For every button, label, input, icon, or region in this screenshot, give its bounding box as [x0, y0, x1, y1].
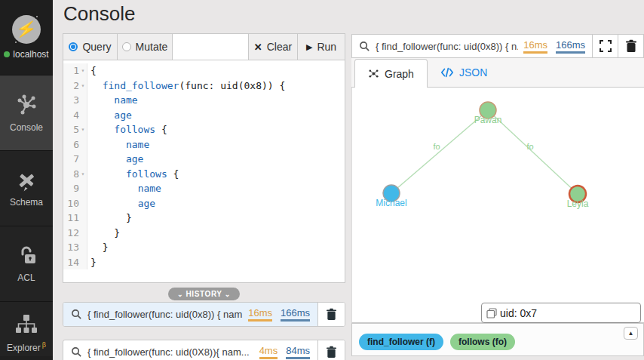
mutate-mode-label: Mutate [136, 41, 168, 53]
logo-orbit-dot [14, 40, 18, 45]
server-latency-badge: 16ms [248, 307, 272, 322]
graph-legend-bar: find_follower (f) follows (fo) ▲ [351, 323, 644, 356]
code-line[interactable]: 1▾{ [63, 63, 345, 78]
mutate-radio-icon [122, 42, 131, 51]
sidebar-item-acl[interactable]: ACL [0, 226, 53, 302]
code-line[interactable]: 8▾ follows { [63, 167, 345, 182]
query-mode-button[interactable]: Query [63, 34, 118, 60]
run-button[interactable]: ▶ Run [297, 34, 345, 60]
fold-arrow-icon[interactable]: ▾ [79, 63, 87, 78]
code-line[interactable]: 2▾ find_follower(func: uid(0x8)) { [63, 78, 345, 94]
logo-orbit-dot [35, 14, 39, 19]
delete-history-button[interactable] [317, 303, 345, 326]
code-line[interactable]: 5▾ follows { [63, 122, 345, 137]
code-line[interactable]: 12 } [63, 226, 345, 241]
clear-button[interactable]: ✕ Clear [248, 34, 297, 60]
fullscreen-icon [600, 40, 612, 52]
graph-canvas[interactable]: fofoPawanMichaelLeyla uid: 0x7 [351, 88, 644, 323]
chevron-down-icon: ⌄ [225, 291, 231, 298]
graph-node-label: Leyla [567, 198, 589, 209]
code-text: } [87, 240, 108, 255]
dgraph-logo-icon: ⚡ [12, 15, 41, 44]
sidebar-item-console[interactable]: Console [0, 75, 53, 151]
sidebar-item-label: ACL [17, 272, 35, 283]
search-icon [71, 346, 82, 358]
total-latency-badge: 84ms [286, 345, 310, 359]
line-number: 11 [63, 211, 87, 226]
line-number: 3 [63, 93, 87, 108]
result-query-summary[interactable]: { find_follower(func: uid(0x8)) { n... 1… [352, 35, 592, 57]
result-tabs: Graph JSON [351, 58, 644, 88]
fold-arrow-icon[interactable]: ▾ [79, 78, 87, 94]
tab-json-label: JSON [459, 66, 487, 78]
json-code-icon [440, 67, 454, 78]
code-line[interactable]: 10 age [63, 196, 345, 211]
sidebar-logo-section[interactable]: ⚡ localhost [0, 0, 53, 75]
node-tooltip-text: uid: 0x7 [500, 307, 537, 319]
code-text: age [87, 196, 155, 211]
code-area: 1▾{2▾ find_follower(func: uid(0x8)) {3 n… [63, 63, 345, 269]
code-text: name [87, 137, 149, 152]
code-line[interactable]: 7 age [63, 152, 345, 167]
line-number: 1▾ [63, 63, 87, 78]
legend-collapse-button[interactable]: ▲ [624, 327, 638, 340]
fold-arrow-icon[interactable]: ▾ [79, 122, 87, 137]
server-latency-badge: 4ms [259, 345, 278, 359]
code-line[interactable]: 3 name [63, 93, 345, 108]
line-number: 14 [63, 255, 87, 270]
code-line[interactable]: 6 name [63, 137, 345, 152]
history-item[interactable]: { find_follower(func: uid(0X8)){ nam... … [63, 340, 345, 360]
node-tooltip: uid: 0x7 [481, 303, 641, 323]
total-latency-badge: 166ms [556, 39, 585, 54]
code-text: find_follower(func: uid(0x8)) { [87, 78, 285, 94]
code-text: name [87, 181, 161, 196]
query-radio-icon [69, 42, 78, 51]
page-title: Console [63, 2, 135, 26]
graph-edge-label: fo [433, 142, 440, 151]
fullscreen-button[interactable] [592, 35, 618, 57]
host-label: localhost [13, 49, 48, 60]
query-editor[interactable]: 1▾{2▾ find_follower(func: uid(0x8)) {3 n… [63, 60, 345, 283]
lightning-bolt-icon: ⚡ [15, 20, 38, 39]
history-query-text: { find_follower(func: uid(0x8)) { nam... [87, 309, 243, 320]
code-line[interactable]: 9 name [63, 181, 345, 196]
mutate-mode-button[interactable]: Mutate [118, 34, 173, 60]
server-latency-badge: 16ms [523, 39, 547, 54]
history-item[interactable]: { find_follower(func: uid(0x8)) { nam...… [63, 302, 345, 327]
sidebar-item-schema[interactable]: Schema [0, 151, 53, 226]
delete-history-button[interactable] [317, 340, 345, 360]
search-icon [359, 41, 370, 52]
code-line[interactable]: 4 age [63, 108, 345, 123]
code-text: } [87, 211, 132, 226]
tab-json[interactable]: JSON [428, 58, 500, 87]
code-text: age [87, 152, 143, 167]
fold-arrow-icon[interactable]: ▾ [79, 167, 87, 182]
trash-icon [326, 308, 337, 321]
line-number: 8▾ [63, 167, 87, 182]
graph-tab-icon [368, 68, 379, 79]
trash-icon [326, 346, 337, 358]
history-toggle-button[interactable]: ⌄ HISTORY ⌄ [168, 288, 240, 300]
total-latency-badge: 166ms [281, 307, 310, 322]
copy-icon[interactable] [486, 308, 497, 318]
connection-status-dot [4, 51, 10, 57]
graph-node-label: Michael [376, 198, 406, 208]
code-line[interactable]: 14} [63, 255, 345, 270]
tab-graph[interactable]: Graph [354, 59, 428, 88]
line-number: 7 [63, 152, 87, 167]
sidebar-item-label: Console [10, 122, 43, 133]
code-line[interactable]: 13 } [63, 240, 345, 255]
sidebar-item-label: Schema [10, 197, 43, 208]
legend-pill-follows[interactable]: follows (fo) [450, 334, 515, 350]
legend-pill-find-follower[interactable]: find_follower (f) [359, 334, 443, 350]
sidebar-item-explorer[interactable]: Explorerβ [0, 302, 53, 356]
run-play-icon: ▶ [306, 42, 312, 52]
history-query-text: { find_follower(func: uid(0X8)){ nam... [87, 346, 254, 358]
code-line[interactable]: 11 } [63, 211, 345, 226]
code-text: name [87, 93, 138, 108]
editor-toolbar: Query Mutate ✕ Clear ▶ Run [63, 33, 345, 60]
result-query-bar: { find_follower(func: uid(0x8)) { n... 1… [351, 34, 644, 58]
result-query-text: { find_follower(func: uid(0x8)) { n... [376, 41, 518, 52]
clear-result-button[interactable] [618, 35, 643, 57]
line-number: 4 [63, 108, 87, 123]
